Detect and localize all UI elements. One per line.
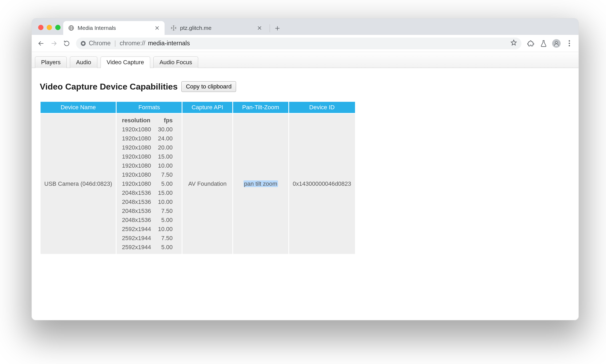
omnibox-url-prefix: chrome:// xyxy=(120,40,145,47)
page-tab-bar: Players Audio Video Capture Audio Focus xyxy=(32,52,579,68)
close-tab-icon[interactable] xyxy=(257,25,262,31)
col-device-id[interactable]: Device ID xyxy=(289,102,355,113)
col-capture-api[interactable]: Capture API xyxy=(182,102,232,113)
bookmark-star-icon[interactable] xyxy=(510,39,517,48)
cell-resolution: 2592x1944 xyxy=(120,225,156,234)
avatar-icon xyxy=(552,39,561,48)
cell-device-name: USB Camera (046d:0823) xyxy=(41,114,116,254)
cell-resolution: 1920x1080 xyxy=(120,125,156,134)
browser-tab[interactable]: ptz.glitch.me xyxy=(166,21,267,35)
browser-tab-strip: Media Internals ptz.glitch.me ＋ xyxy=(32,18,579,35)
maximize-window-button[interactable] xyxy=(55,25,61,30)
cell-capture-api: AV Foundation xyxy=(182,114,232,254)
extensions-button[interactable] xyxy=(525,38,536,49)
browser-window: Media Internals ptz.glitch.me ＋ xyxy=(31,18,579,320)
copy-to-clipboard-button[interactable]: Copy to clipboard xyxy=(181,81,236,92)
close-window-button[interactable] xyxy=(38,25,43,30)
cell-fps: 5.00 xyxy=(156,243,178,252)
cell-fps: 15.00 xyxy=(156,188,178,197)
format-row: 2592x19447.50 xyxy=(120,234,178,243)
address-bar[interactable]: Chrome | chrome://media-internals xyxy=(76,38,521,49)
site-favicon-icon xyxy=(170,25,177,31)
browser-tab[interactable]: Media Internals xyxy=(63,21,165,35)
cell-fps: 7.50 xyxy=(156,234,178,243)
kebab-menu-icon xyxy=(567,40,572,46)
table-row: USB Camera (046d:0823)resolutionfps1920x… xyxy=(41,114,355,254)
tab-video-capture[interactable]: Video Capture xyxy=(101,56,150,68)
cell-resolution: 2048x1536 xyxy=(120,216,156,225)
cell-fps: 24.00 xyxy=(156,134,178,143)
close-tab-icon[interactable] xyxy=(154,25,160,31)
globe-icon xyxy=(68,25,74,31)
cell-ptz: pan tilt zoom xyxy=(233,114,288,254)
cell-device-id: 0x14300000046d0823 xyxy=(289,114,355,254)
format-row: 1920x108015.00 xyxy=(120,152,178,161)
page-content: Players Audio Video Capture Audio Focus … xyxy=(32,52,579,263)
format-row: 1920x10807.50 xyxy=(120,170,178,179)
format-row: 1920x108010.00 xyxy=(120,161,178,170)
capabilities-table: Device Name Formats Capture API Pan-Tilt… xyxy=(40,101,356,255)
browser-tab-title: ptz.glitch.me xyxy=(180,25,254,31)
format-row: 1920x108020.00 xyxy=(120,143,178,152)
formats-col-resolution: resolution xyxy=(120,116,156,125)
format-row: 2592x19445.00 xyxy=(120,243,178,252)
col-ptz[interactable]: Pan-Tilt-Zoom xyxy=(233,102,288,113)
cell-resolution: 2048x1536 xyxy=(120,188,156,197)
profile-button[interactable] xyxy=(551,38,562,49)
format-row: 2592x194410.00 xyxy=(120,225,178,234)
format-row: 2048x15365.00 xyxy=(120,216,178,225)
cell-resolution: 1920x1080 xyxy=(120,134,156,143)
tab-players[interactable]: Players xyxy=(35,56,67,68)
formats-col-fps: fps xyxy=(156,116,178,125)
cell-resolution: 1920x1080 xyxy=(120,170,156,179)
back-button[interactable] xyxy=(35,38,47,49)
browser-menu-button[interactable] xyxy=(564,38,575,49)
svg-point-7 xyxy=(173,29,174,30)
cell-resolution: 1920x1080 xyxy=(120,161,156,170)
browser-tab-title: Media Internals xyxy=(78,25,151,31)
format-row: 1920x10805.00 xyxy=(120,179,178,188)
svg-point-18 xyxy=(555,41,557,43)
svg-point-10 xyxy=(173,27,174,29)
format-row: 1920x108030.00 xyxy=(120,125,178,134)
cell-fps: 7.50 xyxy=(156,207,178,216)
omnibox-secure-label: Chrome xyxy=(89,40,111,47)
format-row: 2048x15367.50 xyxy=(120,207,178,216)
format-row: 2048x153615.00 xyxy=(120,188,178,197)
cell-resolution: 2048x1536 xyxy=(120,207,156,216)
cell-formats: resolutionfps1920x108030.001920x108024.0… xyxy=(117,114,182,254)
browser-toolbar: Chrome | chrome://media-internals xyxy=(32,35,579,52)
minimize-window-button[interactable] xyxy=(47,25,52,30)
reload-button[interactable] xyxy=(61,38,72,49)
ptz-highlight: pan tilt zoom xyxy=(244,180,278,187)
svg-point-6 xyxy=(173,26,174,27)
cell-fps: 5.00 xyxy=(156,216,178,225)
new-tab-button[interactable]: ＋ xyxy=(272,22,283,34)
tab-audio-focus[interactable]: Audio Focus xyxy=(153,56,198,68)
cell-resolution: 1920x1080 xyxy=(120,152,156,161)
plus-icon: ＋ xyxy=(273,24,281,32)
cell-fps: 7.50 xyxy=(156,170,178,179)
cell-fps: 10.00 xyxy=(156,197,178,207)
format-row: 1920x108024.00 xyxy=(120,134,178,143)
col-device-name[interactable]: Device Name xyxy=(41,102,116,113)
cell-fps: 30.00 xyxy=(156,125,178,134)
window-controls xyxy=(35,25,63,35)
omnibox-url-path: media-internals xyxy=(148,40,190,47)
chrome-icon xyxy=(80,41,86,46)
col-formats[interactable]: Formats xyxy=(117,102,182,113)
tab-separator xyxy=(270,24,270,32)
page-title: Video Capture Device Capabilities xyxy=(40,82,178,92)
cell-fps: 10.00 xyxy=(156,161,178,170)
format-row: 2048x153610.00 xyxy=(120,197,178,207)
cell-fps: 20.00 xyxy=(156,143,178,152)
tab-audio[interactable]: Audio xyxy=(70,56,97,68)
cell-resolution: 2592x1944 xyxy=(120,234,156,243)
svg-point-9 xyxy=(175,27,176,29)
cell-fps: 5.00 xyxy=(156,179,178,188)
cell-resolution: 2048x1536 xyxy=(120,197,156,207)
forward-button[interactable] xyxy=(48,38,59,49)
labs-button[interactable] xyxy=(538,38,549,49)
cell-resolution: 1920x1080 xyxy=(120,179,156,188)
cell-resolution: 2592x1944 xyxy=(120,243,156,252)
